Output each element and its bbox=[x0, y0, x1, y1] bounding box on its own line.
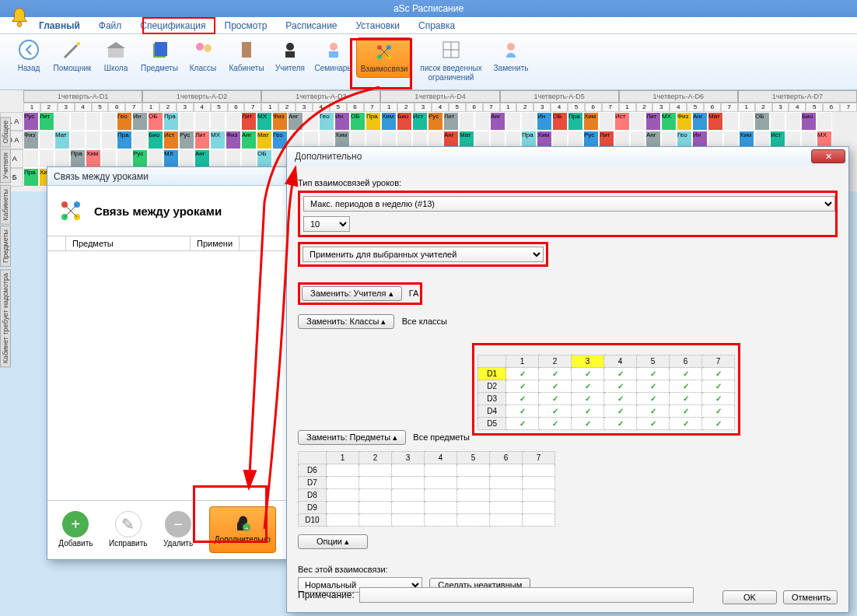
note-label: Примечание: bbox=[298, 590, 355, 600]
knight-icon: + bbox=[231, 510, 254, 534]
relation-type-select[interactable]: Макс. периодов в неделю (#13) bbox=[303, 196, 835, 212]
sidetab-subjects[interactable]: Предметы bbox=[0, 226, 11, 267]
col-subjects: Предметы bbox=[66, 236, 191, 250]
count-select[interactable]: 10 bbox=[303, 216, 350, 232]
advanced-button[interactable]: + Дополнительно bbox=[209, 506, 276, 553]
svg-point-22 bbox=[507, 43, 515, 51]
change-subjects-button[interactable]: Заменить: Предметы ▴ bbox=[298, 430, 406, 445]
cancel-button[interactable]: Отменить bbox=[783, 590, 838, 604]
menu-spec[interactable]: Спецификация bbox=[140, 20, 205, 31]
relations-icon bbox=[57, 197, 85, 225]
change-classes-button[interactable]: Заменить: Классы ▴ bbox=[298, 314, 394, 329]
svg-rect-8 bbox=[242, 42, 251, 58]
back-button[interactable]: Назад bbox=[8, 37, 50, 87]
weight-label: Вес этой взаимосвязи: bbox=[298, 565, 838, 574]
teachers-value: ГА bbox=[409, 289, 419, 298]
rooms-button[interactable]: Кабинеты bbox=[226, 37, 268, 87]
teachers-button[interactable]: Учителя bbox=[269, 37, 311, 87]
day-header: 1четверть-A-D1 bbox=[23, 90, 142, 103]
apply-select[interactable]: Применить для выбранных учителей bbox=[303, 247, 544, 262]
sidetab-supervision[interactable]: Кабинет требует надсмотра bbox=[0, 269, 11, 367]
add-button[interactable]: +Добавить bbox=[58, 511, 93, 548]
ribbon-toolbar: Назад Помощник Школа Предметы Классы Каб… bbox=[0, 34, 857, 90]
constraints-button[interactable]: писок введенных ограничений bbox=[414, 37, 488, 87]
side-tabs[interactable]: Общее Учителя Кабинеты Предметы Кабинет … bbox=[0, 117, 12, 443]
dialog1-header: Связь между уроками bbox=[94, 205, 222, 218]
svg-rect-5 bbox=[155, 42, 167, 56]
school-button[interactable]: Школа bbox=[95, 37, 137, 87]
menubar[interactable]: Главный Файл Спецификация Просмотр Распи… bbox=[0, 17, 857, 34]
relations-button[interactable]: Взаимосвязи bbox=[356, 37, 412, 78]
delete-button[interactable]: −Удалить bbox=[163, 511, 193, 548]
wizard-button[interactable]: Помощник bbox=[51, 37, 93, 87]
svg-point-1 bbox=[19, 40, 38, 59]
svg-point-9 bbox=[286, 43, 294, 51]
menu-view[interactable]: Просмотр bbox=[225, 20, 268, 31]
relations-dialog: Связь между уроками Связь между уроками … bbox=[47, 166, 288, 560]
menu-schedule[interactable]: Расписание bbox=[285, 20, 337, 31]
svg-point-7 bbox=[204, 44, 212, 52]
subjects-button[interactable]: Предметы bbox=[138, 37, 180, 87]
svg-point-2 bbox=[77, 42, 80, 45]
subjects-value: Все предметы bbox=[413, 432, 470, 442]
col-apply: Примени bbox=[191, 236, 240, 250]
close-button[interactable]: ✕ bbox=[811, 149, 845, 163]
bell-icon bbox=[8, 6, 31, 30]
menu-settings[interactable]: Установки bbox=[356, 20, 400, 31]
classes-value: Все классы bbox=[402, 317, 447, 326]
menu-main[interactable]: Главный bbox=[39, 20, 80, 31]
svg-rect-10 bbox=[285, 51, 295, 58]
menu-file[interactable]: Файл bbox=[99, 20, 122, 31]
advanced-dialog: Дополнительно ✕ Тип взаимосвязей уроков:… bbox=[286, 146, 849, 613]
options-button[interactable]: Опции ▴ bbox=[298, 534, 368, 549]
edit-button[interactable]: ✎Исправить bbox=[109, 511, 147, 548]
svg-point-6 bbox=[196, 43, 204, 51]
relations-list[interactable] bbox=[47, 251, 287, 500]
note-input[interactable] bbox=[359, 587, 694, 603]
svg-rect-12 bbox=[329, 51, 338, 58]
ok-button[interactable]: OK bbox=[722, 590, 777, 604]
svg-point-0 bbox=[17, 23, 22, 27]
type-label: Тип взаимосвязей уроков: bbox=[298, 178, 838, 187]
svg-point-11 bbox=[330, 43, 338, 51]
window-titlebar: aSc Расписание bbox=[0, 0, 857, 17]
svg-text:+: + bbox=[244, 525, 248, 532]
dialog1-title: Связь между уроками bbox=[47, 167, 287, 186]
classes-button[interactable]: Классы bbox=[182, 37, 224, 87]
change-teachers-button[interactable]: Заменить: Учителя ▴ bbox=[302, 286, 402, 301]
replace-button[interactable]: Заменить bbox=[490, 37, 532, 87]
period-grid[interactable]: 1234567D1✓✓✓✓✓✓✓D2✓✓✓✓✓✓✓D3✓✓✓✓✓✓✓D4✓✓✓✓… bbox=[477, 355, 735, 430]
svg-rect-3 bbox=[108, 48, 124, 58]
seminars-button[interactable]: Семинары bbox=[313, 37, 355, 87]
period-grid-extra[interactable]: 1234567D6D7D8D9D10 bbox=[298, 451, 555, 527]
sidetab-teachers[interactable]: Учителя bbox=[0, 149, 11, 183]
dialog2-title: Дополнительно bbox=[290, 151, 362, 162]
sidetab-general[interactable]: Общее bbox=[0, 117, 11, 147]
menu-help[interactable]: Справка bbox=[418, 20, 455, 31]
sidetab-rooms[interactable]: Кабинеты bbox=[0, 185, 11, 225]
